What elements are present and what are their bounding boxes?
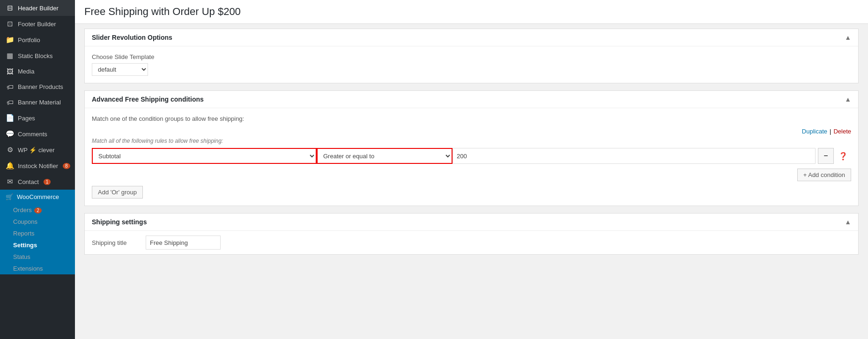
- shipping-title-row: Shipping title: [85, 231, 858, 254]
- remove-condition-button[interactable]: −: [818, 148, 834, 164]
- contact-badge: 1: [44, 179, 51, 185]
- sidebar-item-static-blocks[interactable]: ▦ Static Blocks: [0, 48, 75, 64]
- add-condition-row: + Add condition: [92, 169, 851, 181]
- footer-builder-icon: ⊡: [6, 20, 14, 28]
- slide-template-label: Choose Slide Template: [92, 53, 851, 60]
- comments-icon: 💬: [6, 130, 14, 138]
- sidebar-item-header-builder[interactable]: ⊟ Header Builder: [0, 0, 75, 16]
- advanced-section: Advanced Free Shipping conditions ▲ Matc…: [84, 90, 859, 206]
- sidebar-item-comments[interactable]: 💬 Comments: [0, 126, 75, 142]
- slider-revolution-title: Slider Revolution Options: [92, 34, 172, 41]
- operator-select[interactable]: Greater or equal to Less than Equal to N…: [317, 148, 453, 164]
- header-builder-icon: ⊟: [6, 4, 14, 12]
- sidebar-item-pages[interactable]: 📄 Pages: [0, 110, 75, 126]
- sidebar-sub-extensions[interactable]: Extensions: [0, 263, 75, 274]
- add-condition-button[interactable]: + Add condition: [797, 169, 851, 181]
- match-rules-text: Match all of the following rules to allo…: [92, 138, 851, 144]
- instock-icon: 🔔: [6, 162, 14, 170]
- main-content: Free Shipping with Order Up $200 Slider …: [75, 0, 868, 339]
- contact-icon: ✉: [6, 177, 14, 186]
- sidebar-item-wp-clever[interactable]: ⚙ WP ⚡ clever: [0, 142, 75, 158]
- condition-row: Subtotal Greater or equal to Less than E…: [92, 148, 851, 164]
- content-area: Slider Revolution Options ▲ Choose Slide…: [75, 24, 868, 339]
- sidebar-item-contact[interactable]: ✉ Contact 1: [0, 174, 75, 190]
- slide-template-select[interactable]: default: [92, 63, 148, 76]
- banner-products-icon: 🏷: [6, 83, 14, 91]
- sidebar-item-instock-notifier[interactable]: 🔔 Instock Notifier 8: [0, 158, 75, 174]
- static-blocks-icon: ▦: [6, 52, 14, 60]
- instock-badge: 8: [63, 163, 70, 169]
- sidebar: ⊟ Header Builder ⊡ Footer Builder 📁 Port…: [0, 0, 75, 339]
- sidebar-item-portfolio[interactable]: 📁 Portfolio: [0, 32, 75, 48]
- sidebar-sub-orders[interactable]: Orders 2: [0, 204, 75, 216]
- orders-badge: 2: [34, 207, 42, 214]
- page-header: Free Shipping with Order Up $200: [75, 0, 868, 24]
- sidebar-sub-status[interactable]: Status: [0, 251, 75, 263]
- sidebar-sub-settings[interactable]: Settings: [0, 239, 75, 251]
- sidebar-item-banner-material[interactable]: 🏷 Banner Material: [0, 95, 75, 110]
- sidebar-sub-reports[interactable]: Reports: [0, 228, 75, 239]
- shipping-settings-title: Shipping settings: [92, 218, 147, 226]
- subtotal-select[interactable]: Subtotal: [92, 148, 317, 164]
- duplicate-link[interactable]: Duplicate: [802, 128, 827, 135]
- duplicate-delete-row: Duplicate | Delete: [92, 128, 851, 135]
- page-title: Free Shipping with Order Up $200: [84, 6, 859, 18]
- help-icon[interactable]: ❓: [835, 148, 851, 164]
- shipping-chevron-icon: ▲: [845, 218, 851, 226]
- woocommerce-icon: 🛒: [6, 193, 13, 200]
- advanced-section-body: Match one of the condition groups to all…: [85, 108, 858, 206]
- advanced-section-title: Advanced Free Shipping conditions: [92, 96, 204, 103]
- portfolio-icon: 📁: [6, 36, 14, 44]
- sidebar-item-woocommerce[interactable]: 🛒 WooCommerce: [0, 190, 75, 204]
- media-icon: 🖼: [6, 67, 14, 75]
- match-group-text: Match one of the condition groups to all…: [92, 115, 851, 122]
- delete-link[interactable]: Delete: [833, 128, 851, 135]
- slider-revolution-body: Choose Slide Template default: [85, 46, 858, 83]
- sidebar-sub-coupons[interactable]: Coupons: [0, 216, 75, 228]
- slider-revolution-header[interactable]: Slider Revolution Options ▲: [85, 29, 858, 46]
- shipping-title-input[interactable]: [146, 236, 221, 250]
- slider-revolution-section: Slider Revolution Options ▲ Choose Slide…: [84, 29, 859, 83]
- sidebar-item-footer-builder[interactable]: ⊡ Footer Builder: [0, 16, 75, 32]
- advanced-section-header[interactable]: Advanced Free Shipping conditions ▲: [85, 91, 858, 108]
- wp-clever-icon: ⚙: [6, 146, 14, 154]
- add-or-group-button[interactable]: Add 'Or' group: [92, 186, 143, 199]
- woocommerce-section: 🛒 WooCommerce Orders 2 Coupons Reports S…: [0, 190, 75, 274]
- sidebar-item-banner-products[interactable]: 🏷 Banner Products: [0, 79, 75, 95]
- condition-value-input[interactable]: [453, 148, 816, 164]
- slider-chevron-icon: ▲: [845, 34, 851, 41]
- shipping-settings-section: Shipping settings ▲ Shipping title: [84, 213, 859, 255]
- shipping-title-label: Shipping title: [92, 239, 139, 246]
- sidebar-item-media[interactable]: 🖼 Media: [0, 64, 75, 79]
- pages-icon: 📄: [6, 114, 14, 122]
- shipping-settings-header[interactable]: Shipping settings ▲: [85, 214, 858, 231]
- advanced-chevron-icon: ▲: [845, 96, 851, 103]
- banner-material-icon: 🏷: [6, 98, 14, 106]
